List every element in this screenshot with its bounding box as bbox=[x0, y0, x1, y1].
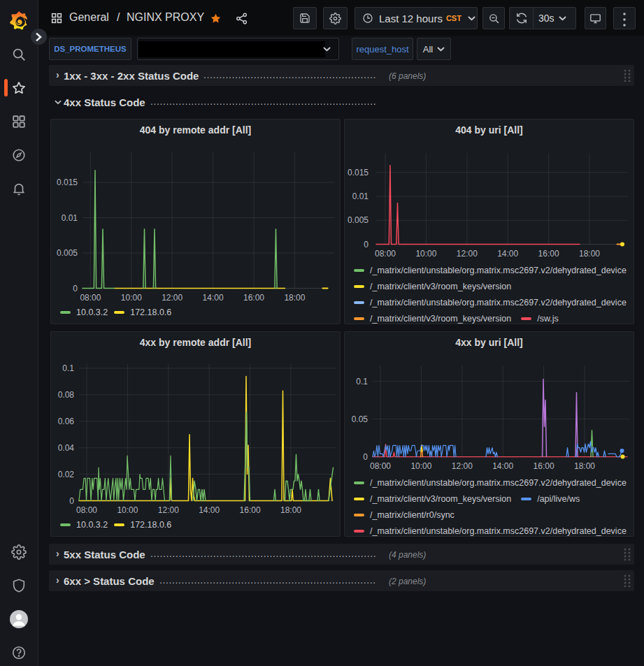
svg-text:14:00: 14:00 bbox=[497, 249, 518, 259]
svg-text:0: 0 bbox=[69, 496, 74, 506]
svg-text:10:00: 10:00 bbox=[410, 461, 431, 471]
svg-text:08:00: 08:00 bbox=[375, 249, 396, 259]
svg-text:0: 0 bbox=[363, 452, 368, 462]
svg-text:08:00: 08:00 bbox=[80, 293, 101, 303]
svg-text:0.015: 0.015 bbox=[57, 178, 78, 187]
svg-text:0.02: 0.02 bbox=[58, 470, 75, 479]
svg-text:12:00: 12:00 bbox=[457, 249, 478, 259]
svg-text:16:00: 16:00 bbox=[240, 505, 261, 515]
svg-text:08:00: 08:00 bbox=[76, 505, 97, 515]
svg-text:0.01: 0.01 bbox=[352, 191, 369, 201]
svg-text:10:00: 10:00 bbox=[415, 249, 436, 259]
svg-text:0.005: 0.005 bbox=[57, 248, 78, 258]
svg-text:14:00: 14:00 bbox=[203, 293, 224, 303]
svg-text:18:00: 18:00 bbox=[284, 293, 305, 303]
svg-text:0.06: 0.06 bbox=[58, 417, 75, 426]
svg-text:12:00: 12:00 bbox=[452, 461, 473, 471]
svg-text:12:00: 12:00 bbox=[162, 293, 183, 303]
svg-text:0.01: 0.01 bbox=[62, 213, 78, 223]
svg-text:18:00: 18:00 bbox=[574, 461, 595, 471]
svg-text:16:00: 16:00 bbox=[243, 293, 264, 303]
svg-text:0.015: 0.015 bbox=[348, 168, 368, 178]
svg-text:10:00: 10:00 bbox=[117, 505, 138, 515]
svg-text:0.1: 0.1 bbox=[62, 363, 74, 373]
svg-text:12:00: 12:00 bbox=[158, 505, 179, 515]
svg-text:08:00: 08:00 bbox=[370, 461, 391, 471]
svg-text:0.04: 0.04 bbox=[58, 443, 75, 453]
svg-text:0.05: 0.05 bbox=[352, 414, 368, 424]
svg-text:16:00: 16:00 bbox=[534, 461, 554, 471]
svg-text:10:00: 10:00 bbox=[121, 293, 142, 303]
svg-text:14:00: 14:00 bbox=[492, 461, 513, 471]
svg-text:14:00: 14:00 bbox=[199, 505, 220, 515]
svg-text:0.005: 0.005 bbox=[348, 215, 368, 225]
svg-text:18:00: 18:00 bbox=[579, 249, 600, 259]
svg-text:0: 0 bbox=[364, 240, 368, 249]
svg-text:0.08: 0.08 bbox=[58, 390, 75, 400]
svg-text:18:00: 18:00 bbox=[280, 505, 301, 515]
svg-text:0.1: 0.1 bbox=[356, 377, 368, 386]
svg-text:16:00: 16:00 bbox=[538, 249, 559, 259]
svg-text:0: 0 bbox=[73, 284, 78, 294]
